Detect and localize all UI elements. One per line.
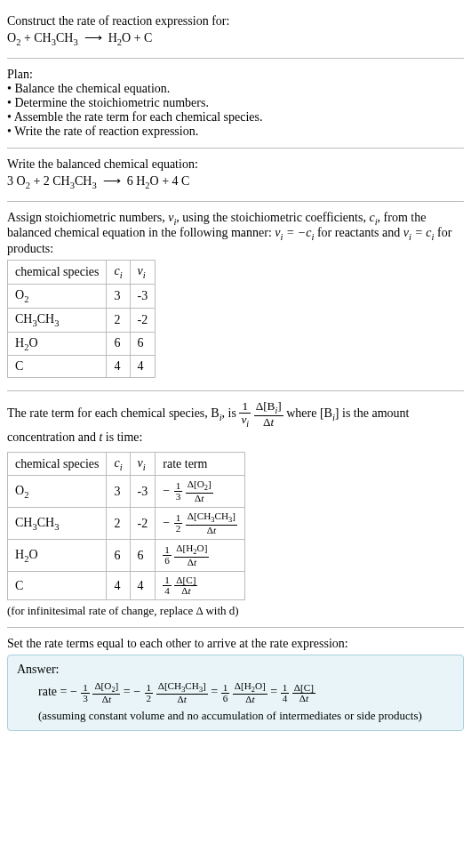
prompt-section: Construct the rate of reaction expressio…	[7, 7, 464, 56]
cell-species: C	[8, 356, 107, 378]
table-row: O2 3 -3	[8, 284, 156, 308]
rate-prefix: rate =	[38, 685, 70, 698]
divider	[7, 58, 464, 59]
assign-intro: Assign stoichiometric numbers, νi, using…	[7, 211, 464, 257]
cell-nu: 4	[130, 356, 156, 378]
cell-rate: − 13 Δ[O2]Δt	[156, 476, 245, 508]
cell-c: 2	[107, 308, 130, 332]
table-header-row: chemical species ci νi rate term	[8, 452, 245, 476]
equals-sign: =	[270, 685, 280, 698]
cell-nu: 6	[130, 540, 156, 572]
plan-item: • Determine the stoichiometric numbers.	[7, 96, 464, 110]
balanced-equation: 3 O2 + 2 CH3CH3 ⟶ 6 H2O + 4 C	[7, 173, 464, 190]
reaction-arrow-icon: ⟶	[84, 30, 102, 44]
delta-fraction: Δ[O2]Δt	[186, 479, 213, 503]
bi-symbol: Bi	[211, 406, 221, 420]
coefficient-fraction: 14	[163, 575, 172, 596]
answer-label: Answer:	[17, 663, 454, 677]
delta-fraction: Δ[Bi]Δt	[254, 400, 283, 428]
equals-sign: =	[211, 685, 220, 698]
delta-fraction: Δ[H2O]Δt	[233, 681, 267, 705]
set-equal-heading: Set the rate terms equal to each other t…	[7, 637, 464, 651]
rate-term-intro: The rate term for each chemical species,…	[7, 400, 464, 447]
nu-symbol: νi	[168, 211, 176, 224]
balanced-lhs: 3 O2 + 2 CH3CH3	[7, 174, 97, 188]
col-c: ci	[107, 452, 130, 476]
final-section: Set the rate terms equal to each other t…	[7, 630, 464, 741]
cell-species: C	[8, 572, 107, 600]
table-row: H2O 6 6	[8, 332, 156, 356]
answer-equation: rate = − 13 Δ[O2]Δt = − 12 Δ[CH3CH3]Δt =…	[17, 680, 454, 704]
cell-species: O2	[8, 476, 107, 508]
table-row: H2O 6 6 16 Δ[H2O]Δt	[8, 540, 245, 572]
answer-box: Answer: rate = − 13 Δ[O2]Δt = − 12 Δ[CH3…	[7, 655, 464, 730]
rate-text: , is	[222, 406, 240, 420]
rate-term-section: The rate term for each chemical species,…	[7, 393, 464, 625]
cell-species: H2O	[8, 540, 107, 572]
coefficient-fraction: 14	[281, 683, 290, 703]
species-table: chemical species ci νi O2 3 -3 CH3CH3 2 …	[7, 260, 156, 378]
plan-item: • Assemble the rate term for each chemic…	[7, 110, 464, 125]
cell-species: CH3CH3	[8, 508, 107, 540]
col-c: ci	[107, 261, 130, 285]
balance-section: Write the balanced chemical equation: 3 …	[7, 150, 464, 199]
rate-text: is time:	[102, 430, 142, 444]
reaction-rhs: H2O + C	[108, 31, 153, 44]
answer-note: (assuming constant volume and no accumul…	[17, 709, 454, 723]
infinitesimal-note: (for infinitesimal rate of change, repla…	[7, 604, 464, 618]
delta-fraction: Δ[O2]Δt	[92, 681, 120, 705]
product-relation: νi = ci	[403, 226, 435, 239]
cell-nu: 4	[130, 572, 156, 600]
coefficient-fraction: 12	[145, 683, 154, 703]
coefficient-fraction: 16	[163, 545, 172, 566]
cell-c: 6	[107, 332, 130, 356]
cell-nu: -3	[130, 284, 156, 308]
reactant-relation: νi = −ci	[275, 226, 314, 239]
col-species: chemical species	[8, 261, 107, 285]
table-row: O2 3 -3 − 13 Δ[O2]Δt	[8, 476, 245, 508]
cell-c: 6	[107, 540, 130, 572]
plan-heading: Plan:	[7, 68, 464, 82]
col-rate: rate term	[156, 452, 245, 476]
cell-c: 4	[107, 356, 130, 378]
coefficient-fraction: 12	[174, 513, 183, 534]
col-nu: νi	[130, 261, 156, 285]
minus-icon: −	[163, 516, 170, 529]
coefficient-fraction: 1νi	[239, 400, 251, 428]
assign-text: Assign stoichiometric numbers,	[7, 211, 168, 224]
assign-section: Assign stoichiometric numbers, νi, using…	[7, 204, 464, 390]
unbalanced-equation: O2 + CH3CH3 ⟶ H2O + C	[7, 30, 464, 47]
cell-c: 3	[107, 284, 130, 308]
equals-sign: =	[124, 685, 133, 698]
cell-species: CH3CH3	[8, 308, 107, 332]
delta-fraction: Δ[CH3CH3]Δt	[186, 511, 237, 535]
table-header-row: chemical species ci νi	[8, 261, 156, 285]
plan-item: • Balance the chemical equation.	[7, 82, 464, 96]
delta-fraction: Δ[C]Δt	[292, 683, 315, 703]
coefficient-fraction: 13	[81, 683, 90, 703]
reaction-arrow-icon: ⟶	[103, 173, 121, 188]
cell-nu: -2	[130, 308, 156, 332]
cell-rate: 14 Δ[C]Δt	[156, 572, 245, 600]
bi-conc-symbol: [Bi]	[320, 406, 339, 420]
plan-section: Plan: • Balance the chemical equation. •…	[7, 60, 464, 146]
prompt-title: Construct the rate of reaction expressio…	[7, 14, 464, 28]
balanced-rhs: 6 H2O + 4 C	[127, 174, 190, 188]
divider	[7, 390, 464, 391]
coefficient-fraction: 13	[174, 481, 183, 502]
c-symbol: ci	[369, 211, 377, 224]
assign-text: for reactants and	[314, 226, 403, 239]
table-row: C 4 4 14 Δ[C]Δt	[8, 572, 245, 600]
rate-table: chemical species ci νi rate term O2 3 -3…	[7, 452, 245, 601]
divider	[7, 201, 464, 202]
delta-fraction: Δ[CH3CH3]Δt	[156, 681, 208, 705]
cell-species: O2	[8, 284, 107, 308]
coefficient-fraction: 16	[221, 683, 230, 703]
rate-text: The rate term for each chemical species,	[7, 406, 211, 420]
minus-icon: −	[70, 685, 77, 698]
cell-c: 3	[107, 476, 130, 508]
balance-heading: Write the balanced chemical equation:	[7, 157, 464, 172]
delta-fraction: Δ[C]Δt	[174, 575, 197, 596]
assign-text: , using the stoichiometric coefficients,	[176, 211, 369, 224]
cell-rate: − 12 Δ[CH3CH3]Δt	[156, 508, 245, 540]
